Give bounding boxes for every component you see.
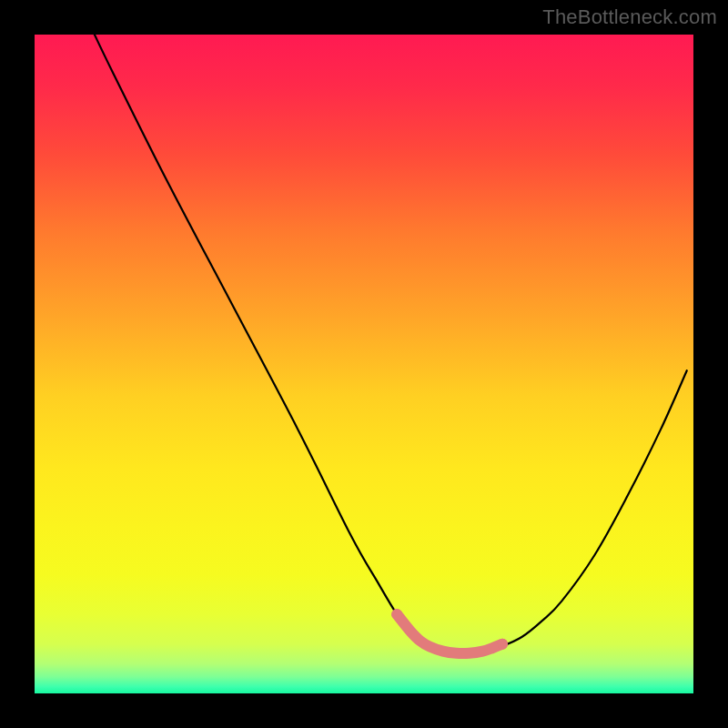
chart-canvas [35, 35, 693, 693]
highlight-endpoint [391, 609, 402, 620]
chart-root: TheBottleneck.com [0, 0, 728, 728]
plot-area [35, 35, 693, 693]
watermark-label: TheBottleneck.com [542, 5, 717, 29]
highlight-endpoint [497, 639, 508, 650]
gradient-background [35, 35, 693, 693]
